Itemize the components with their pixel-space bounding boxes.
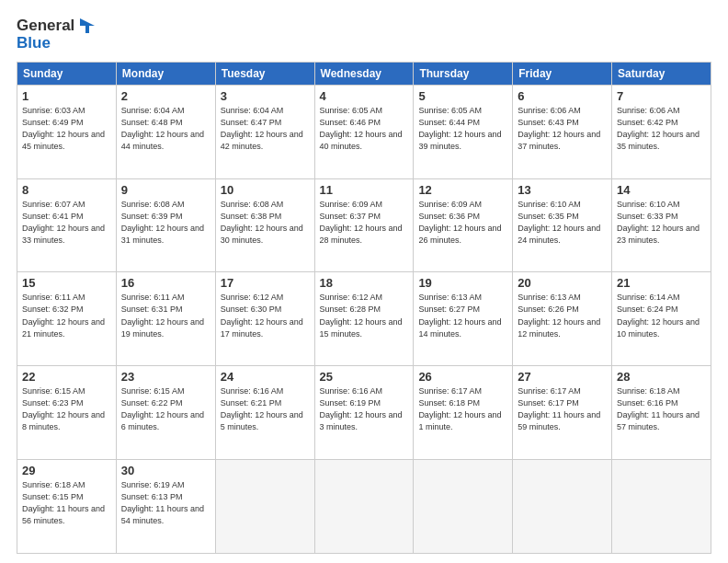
logo-blue: Blue [17, 35, 51, 52]
svg-marker-0 [80, 18, 95, 33]
empty-cell [314, 460, 414, 554]
table-row: 11 Sunrise: 6:09 AM Sunset: 6:37 PM Dayl… [314, 178, 414, 272]
day-number: 24 [221, 370, 310, 384]
empty-cell [215, 460, 314, 554]
day-info: Sunrise: 6:06 AM Sunset: 6:43 PM Dayligh… [518, 105, 607, 153]
logo: General Blue [17, 17, 97, 52]
table-row: 9 Sunrise: 6:08 AM Sunset: 6:39 PM Dayli… [116, 178, 215, 272]
col-tuesday: Tuesday [215, 62, 314, 85]
logo-arrow-icon [76, 17, 97, 35]
table-row: 17 Sunrise: 6:12 AM Sunset: 6:30 PM Dayl… [215, 272, 314, 366]
empty-cell [414, 460, 513, 554]
day-number: 15 [22, 276, 111, 290]
calendar-week: 15 Sunrise: 6:11 AM Sunset: 6:32 PM Dayl… [17, 272, 711, 366]
table-row: 16 Sunrise: 6:11 AM Sunset: 6:31 PM Dayl… [116, 272, 215, 366]
calendar-week: 22 Sunrise: 6:15 AM Sunset: 6:23 PM Dayl… [17, 366, 711, 460]
empty-cell [612, 460, 711, 554]
day-info: Sunrise: 6:04 AM Sunset: 6:47 PM Dayligh… [221, 105, 310, 153]
calendar-week: 29 Sunrise: 6:18 AM Sunset: 6:15 PM Dayl… [17, 460, 711, 554]
day-info: Sunrise: 6:18 AM Sunset: 6:16 PM Dayligh… [617, 385, 706, 433]
day-number: 22 [22, 370, 111, 384]
day-info: Sunrise: 6:07 AM Sunset: 6:41 PM Dayligh… [22, 199, 111, 247]
table-row: 3 Sunrise: 6:04 AM Sunset: 6:47 PM Dayli… [215, 85, 314, 178]
day-number: 23 [121, 370, 210, 384]
day-info: Sunrise: 6:08 AM Sunset: 6:38 PM Dayligh… [221, 199, 310, 247]
calendar-week: 8 Sunrise: 6:07 AM Sunset: 6:41 PM Dayli… [17, 178, 711, 272]
day-number: 13 [518, 183, 607, 197]
day-number: 30 [121, 464, 210, 477]
day-number: 17 [221, 276, 310, 290]
day-number: 7 [617, 89, 706, 103]
table-row: 7 Sunrise: 6:06 AM Sunset: 6:42 PM Dayli… [612, 85, 711, 178]
day-info: Sunrise: 6:10 AM Sunset: 6:33 PM Dayligh… [617, 199, 706, 247]
day-number: 19 [418, 276, 507, 290]
col-thursday: Thursday [414, 62, 513, 85]
day-info: Sunrise: 6:11 AM Sunset: 6:32 PM Dayligh… [22, 292, 111, 339]
table-row: 21 Sunrise: 6:14 AM Sunset: 6:24 PM Dayl… [612, 272, 711, 366]
table-row: 13 Sunrise: 6:10 AM Sunset: 6:35 PM Dayl… [513, 178, 612, 272]
table-row: 23 Sunrise: 6:15 AM Sunset: 6:22 PM Dayl… [116, 366, 215, 460]
day-number: 11 [320, 183, 409, 197]
table-row: 19 Sunrise: 6:13 AM Sunset: 6:27 PM Dayl… [414, 272, 513, 366]
day-info: Sunrise: 6:09 AM Sunset: 6:37 PM Dayligh… [320, 199, 409, 247]
col-monday: Monday [116, 62, 215, 85]
day-info: Sunrise: 6:08 AM Sunset: 6:39 PM Dayligh… [121, 199, 210, 247]
table-row: 24 Sunrise: 6:16 AM Sunset: 6:21 PM Dayl… [215, 366, 314, 460]
table-row: 2 Sunrise: 6:04 AM Sunset: 6:48 PM Dayli… [116, 85, 215, 178]
col-sunday: Sunday [17, 62, 117, 85]
col-saturday: Saturday [612, 62, 711, 85]
day-info: Sunrise: 6:05 AM Sunset: 6:46 PM Dayligh… [320, 105, 409, 153]
day-info: Sunrise: 6:10 AM Sunset: 6:35 PM Dayligh… [518, 199, 607, 247]
day-info: Sunrise: 6:14 AM Sunset: 6:24 PM Dayligh… [617, 292, 706, 339]
day-number: 12 [418, 183, 507, 197]
day-info: Sunrise: 6:19 AM Sunset: 6:13 PM Dayligh… [121, 479, 210, 527]
table-row: 14 Sunrise: 6:10 AM Sunset: 6:33 PM Dayl… [612, 178, 711, 272]
day-number: 9 [121, 183, 210, 197]
day-number: 25 [320, 370, 409, 384]
day-info: Sunrise: 6:15 AM Sunset: 6:22 PM Dayligh… [121, 385, 210, 433]
calendar-table: Sunday Monday Tuesday Wednesday Thursday… [17, 62, 711, 554]
day-number: 5 [418, 89, 507, 103]
table-row: 15 Sunrise: 6:11 AM Sunset: 6:32 PM Dayl… [17, 272, 117, 366]
table-row: 6 Sunrise: 6:06 AM Sunset: 6:43 PM Dayli… [513, 85, 612, 178]
calendar-header-row: Sunday Monday Tuesday Wednesday Thursday… [17, 62, 711, 85]
day-number: 28 [617, 370, 706, 384]
logo-container: General Blue [17, 17, 97, 52]
table-row: 26 Sunrise: 6:17 AM Sunset: 6:18 PM Dayl… [414, 366, 513, 460]
table-row: 27 Sunrise: 6:17 AM Sunset: 6:17 PM Dayl… [513, 366, 612, 460]
day-info: Sunrise: 6:06 AM Sunset: 6:42 PM Dayligh… [617, 105, 706, 153]
day-info: Sunrise: 6:04 AM Sunset: 6:48 PM Dayligh… [121, 105, 210, 153]
day-number: 6 [518, 89, 607, 103]
calendar-week: 1 Sunrise: 6:03 AM Sunset: 6:49 PM Dayli… [17, 85, 711, 178]
empty-cell [513, 460, 612, 554]
day-info: Sunrise: 6:16 AM Sunset: 6:19 PM Dayligh… [320, 385, 409, 433]
table-row: 8 Sunrise: 6:07 AM Sunset: 6:41 PM Dayli… [17, 178, 117, 272]
day-info: Sunrise: 6:03 AM Sunset: 6:49 PM Dayligh… [22, 105, 111, 153]
day-info: Sunrise: 6:17 AM Sunset: 6:18 PM Dayligh… [418, 385, 507, 433]
day-number: 26 [418, 370, 507, 384]
table-row: 25 Sunrise: 6:16 AM Sunset: 6:19 PM Dayl… [314, 366, 414, 460]
header: General Blue [17, 17, 711, 52]
day-number: 2 [121, 89, 210, 103]
day-info: Sunrise: 6:17 AM Sunset: 6:17 PM Dayligh… [518, 385, 607, 433]
day-info: Sunrise: 6:16 AM Sunset: 6:21 PM Dayligh… [221, 385, 310, 433]
table-row: 4 Sunrise: 6:05 AM Sunset: 6:46 PM Dayli… [314, 85, 414, 178]
day-number: 27 [518, 370, 607, 384]
day-number: 10 [221, 183, 310, 197]
day-info: Sunrise: 6:09 AM Sunset: 6:36 PM Dayligh… [418, 199, 507, 247]
day-number: 4 [320, 89, 409, 103]
day-info: Sunrise: 6:18 AM Sunset: 6:15 PM Dayligh… [22, 479, 111, 527]
day-info: Sunrise: 6:05 AM Sunset: 6:44 PM Dayligh… [418, 105, 507, 153]
table-row: 22 Sunrise: 6:15 AM Sunset: 6:23 PM Dayl… [17, 366, 117, 460]
table-row: 30 Sunrise: 6:19 AM Sunset: 6:13 PM Dayl… [116, 460, 215, 554]
day-number: 16 [121, 276, 210, 290]
day-number: 20 [518, 276, 607, 290]
day-info: Sunrise: 6:12 AM Sunset: 6:30 PM Dayligh… [221, 292, 310, 339]
day-info: Sunrise: 6:13 AM Sunset: 6:27 PM Dayligh… [418, 292, 507, 339]
day-number: 8 [22, 183, 111, 197]
table-row: 28 Sunrise: 6:18 AM Sunset: 6:16 PM Dayl… [612, 366, 711, 460]
day-number: 3 [221, 89, 310, 103]
table-row: 10 Sunrise: 6:08 AM Sunset: 6:38 PM Dayl… [215, 178, 314, 272]
day-info: Sunrise: 6:11 AM Sunset: 6:31 PM Dayligh… [121, 292, 210, 339]
table-row: 20 Sunrise: 6:13 AM Sunset: 6:26 PM Dayl… [513, 272, 612, 366]
